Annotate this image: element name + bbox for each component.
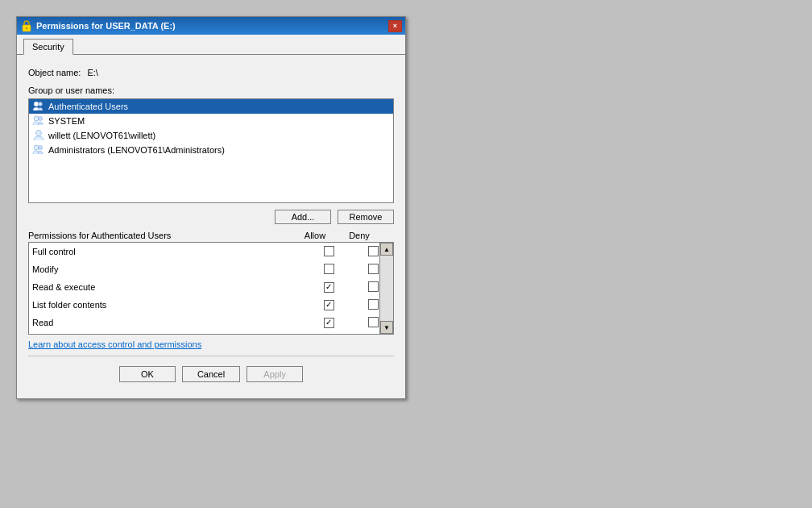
perm-allow-list-folder[interactable] (324, 300, 334, 310)
add-remove-row: Add... Remove (28, 210, 394, 224)
learn-link[interactable]: Learn about access control and permissio… (28, 339, 201, 349)
dialog-title: Permissions for USER_DATA (E:) (36, 21, 176, 31)
perm-allow-read-execute[interactable] (324, 282, 334, 293)
permissions-header: Permissions for Authenticated Users Allo… (28, 231, 394, 240)
perm-name-read: Read (29, 314, 304, 331)
perm-deny-read-execute[interactable] (368, 281, 379, 292)
permissions-scrollbar[interactable]: ▲ ▼ (379, 243, 393, 334)
user-name-system: SYSTEM (48, 116, 85, 126)
user-icon-willett (32, 129, 45, 142)
col-deny-label: Deny (339, 231, 379, 240)
apply-button[interactable]: Apply (246, 366, 303, 382)
perm-name-modify: Modify (29, 260, 304, 278)
perm-deny-full-control[interactable] (368, 246, 379, 256)
tab-security[interactable]: Security (23, 39, 73, 55)
perm-row-read: Read (29, 314, 393, 331)
svg-point-6 (36, 131, 42, 136)
group-icon-authenticated (32, 100, 45, 113)
user-name-administrators: Administrators (LENOVOT61\Administrators… (48, 145, 225, 155)
perm-row-read-execute: Read & execute (29, 278, 393, 296)
group-icon-administrators (32, 144, 45, 156)
svg-point-7 (34, 145, 39, 150)
perm-allow-full-control[interactable] (324, 246, 334, 256)
close-button[interactable]: × (388, 20, 402, 32)
object-name-value: E:\ (87, 68, 97, 77)
bottom-divider (28, 356, 394, 356)
perm-row-modify: Modify (29, 260, 393, 278)
user-item-system[interactable]: SYSTEM (29, 114, 393, 128)
bottom-buttons: OK Cancel Apply (28, 363, 394, 390)
object-name-row: Object name: E:\ (28, 68, 394, 77)
svg-point-4 (34, 116, 39, 121)
add-button[interactable]: Add... (275, 210, 331, 224)
tab-bar: Security (17, 35, 405, 55)
ok-button[interactable]: OK (119, 366, 176, 382)
group-icon-system (32, 115, 45, 127)
learn-link-row: Learn about access control and permissio… (28, 339, 394, 349)
perm-name-read-execute: Read & execute (29, 278, 304, 296)
perm-row-full-control: Full control (29, 243, 393, 260)
user-item-administrators[interactable]: Administrators (LENOVOT61\Administrators… (29, 143, 393, 157)
user-name-authenticated-users: Authenticated Users (48, 102, 128, 111)
scroll-up-button[interactable]: ▲ (380, 243, 393, 256)
cancel-button[interactable]: Cancel (182, 366, 240, 382)
dialog-content: Object name: E:\ Group or user names: Au… (17, 55, 405, 398)
user-name-willett: willett (LENOVOT61\willett) (48, 131, 155, 140)
perm-allow-read[interactable] (324, 318, 334, 328)
scroll-down-button[interactable]: ▼ (380, 321, 393, 334)
user-item-willett[interactable]: willett (LENOVOT61\willett) (29, 128, 393, 143)
permissions-table: Full control Modify (28, 242, 394, 335)
scroll-track (380, 256, 393, 321)
col-allow-label: Allow (291, 231, 339, 240)
object-name-label: Object name: (28, 68, 81, 77)
permissions-rows: Full control Modify (29, 243, 393, 331)
user-item-authenticated-users[interactable]: Authenticated Users (29, 99, 393, 114)
group-users-label: Group or user names: (28, 85, 394, 95)
dialog-icon (20, 19, 33, 32)
permissions-title: Permissions for Authenticated Users (28, 231, 291, 240)
svg-point-3 (39, 102, 43, 106)
svg-point-1 (26, 27, 28, 30)
perm-name-list-folder: List folder contents (29, 296, 304, 314)
perm-row-list-folder: List folder contents (29, 296, 393, 314)
perm-deny-read[interactable] (368, 317, 379, 327)
permissions-dialog: Permissions for USER_DATA (E:) × Securit… (16, 16, 406, 399)
svg-point-8 (39, 146, 43, 150)
title-bar: Permissions for USER_DATA (E:) × (17, 17, 405, 35)
users-list[interactable]: Authenticated Users SYSTEM (28, 98, 394, 203)
perm-allow-modify[interactable] (324, 264, 334, 274)
perm-deny-modify[interactable] (368, 264, 379, 274)
perm-deny-list-folder[interactable] (368, 299, 379, 310)
svg-point-5 (39, 117, 43, 121)
svg-point-2 (34, 102, 39, 106)
remove-button[interactable]: Remove (338, 210, 394, 224)
perm-name-full-control: Full control (29, 243, 304, 260)
